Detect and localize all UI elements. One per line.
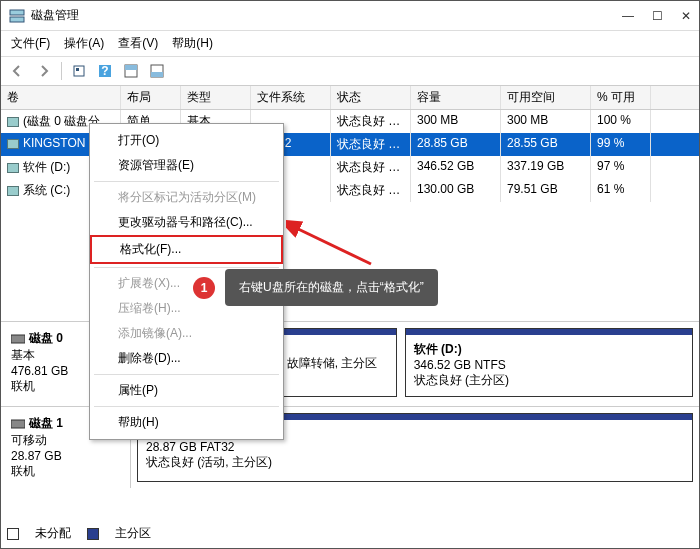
ctx-properties[interactable]: 属性(P) xyxy=(90,378,283,403)
separator xyxy=(94,267,279,268)
ctx-format[interactable]: 格式化(F)... xyxy=(90,235,283,264)
svg-rect-0 xyxy=(10,10,24,15)
col-capacity[interactable]: 容量 xyxy=(411,86,501,109)
disk0-partition-b[interactable]: 软件 (D:) 346.52 GB NTFS 状态良好 (主分区) xyxy=(405,328,693,397)
annotation-arrow xyxy=(286,219,376,269)
col-layout[interactable]: 布局 xyxy=(121,86,181,109)
back-icon[interactable] xyxy=(7,60,29,82)
legend-unallocated: 未分配 xyxy=(35,525,71,542)
ctx-explorer[interactable]: 资源管理器(E) xyxy=(90,153,283,178)
annotation-text: 右键U盘所在的磁盘，点击“格式化” xyxy=(239,279,424,296)
col-free[interactable]: 可用空间 xyxy=(501,86,591,109)
view-bottom-icon[interactable] xyxy=(146,60,168,82)
svg-rect-1 xyxy=(10,17,24,22)
volume-icon xyxy=(7,186,19,196)
menubar: 文件(F) 操作(A) 查看(V) 帮助(H) xyxy=(1,31,699,57)
separator xyxy=(94,406,279,407)
window-controls: — ☐ ✕ xyxy=(622,9,691,23)
titlebar: 磁盘管理 — ☐ ✕ xyxy=(1,1,699,31)
menu-file[interactable]: 文件(F) xyxy=(11,35,50,52)
window-title: 磁盘管理 xyxy=(31,7,622,24)
col-volume[interactable]: 卷 xyxy=(1,86,121,109)
volume-table-header: 卷 布局 类型 文件系统 状态 容量 可用空间 % 可用 xyxy=(1,86,699,110)
legend: 未分配 主分区 xyxy=(7,525,151,542)
col-percent[interactable]: % 可用 xyxy=(591,86,651,109)
volume-icon xyxy=(7,163,19,173)
disk-icon xyxy=(11,333,25,345)
menu-view[interactable]: 查看(V) xyxy=(118,35,158,52)
annotation-number: 1 xyxy=(193,277,215,299)
view-top-icon[interactable] xyxy=(120,60,142,82)
volume-icon xyxy=(7,117,19,127)
svg-text:?: ? xyxy=(101,64,108,78)
maximize-button[interactable]: ☐ xyxy=(652,9,663,23)
minimize-button[interactable]: — xyxy=(622,9,634,23)
legend-swatch-primary xyxy=(87,528,99,540)
svg-rect-3 xyxy=(76,68,79,71)
forward-icon[interactable] xyxy=(33,60,55,82)
svg-rect-10 xyxy=(11,335,25,343)
refresh-icon[interactable] xyxy=(68,60,90,82)
ctx-change-drive[interactable]: 更改驱动器号和路径(C)... xyxy=(90,210,283,235)
svg-line-12 xyxy=(294,227,371,264)
ctx-mirror: 添加镜像(A)... xyxy=(90,321,283,346)
separator xyxy=(94,181,279,182)
menu-help[interactable]: 帮助(H) xyxy=(172,35,213,52)
legend-primary: 主分区 xyxy=(115,525,151,542)
separator xyxy=(94,374,279,375)
ctx-delete[interactable]: 删除卷(D)... xyxy=(90,346,283,371)
col-type[interactable]: 类型 xyxy=(181,86,251,109)
disk-icon xyxy=(11,418,25,430)
separator xyxy=(61,62,62,80)
menu-action[interactable]: 操作(A) xyxy=(64,35,104,52)
svg-rect-11 xyxy=(11,420,25,428)
toolbar: ? xyxy=(1,57,699,86)
col-filesystem[interactable]: 文件系统 xyxy=(251,86,331,109)
close-button[interactable]: ✕ xyxy=(681,9,691,23)
svg-rect-9 xyxy=(151,72,163,77)
legend-swatch-unallocated xyxy=(7,528,19,540)
annotation-callout: 1 右键U盘所在的磁盘，点击“格式化” xyxy=(225,269,438,306)
ctx-mark-active: 将分区标记为活动分区(M) xyxy=(90,185,283,210)
ctx-help[interactable]: 帮助(H) xyxy=(90,410,283,435)
help-icon[interactable]: ? xyxy=(94,60,116,82)
col-status[interactable]: 状态 xyxy=(331,86,411,109)
ctx-open[interactable]: 打开(O) xyxy=(90,128,283,153)
volume-icon xyxy=(7,139,19,149)
app-icon xyxy=(9,8,25,24)
svg-rect-7 xyxy=(125,65,137,70)
